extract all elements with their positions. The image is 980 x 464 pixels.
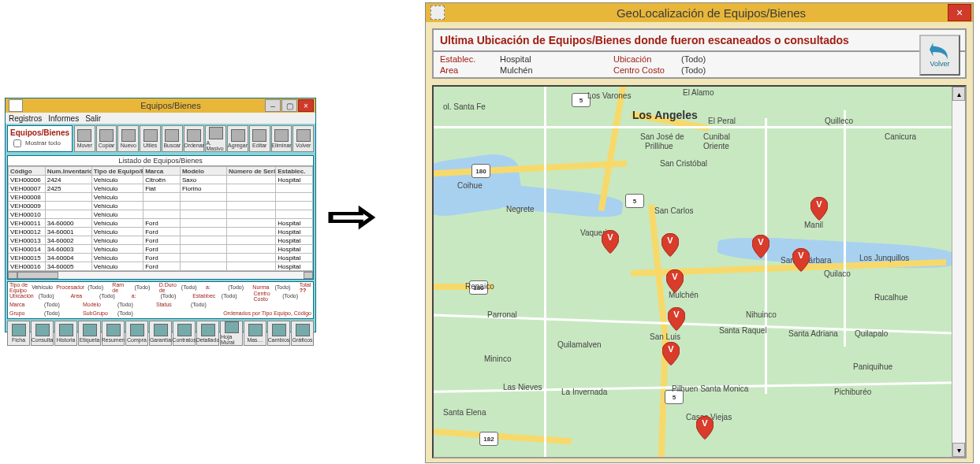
map-pin[interactable]: V — [752, 235, 769, 258]
geo-close-button[interactable]: × — [948, 4, 971, 21]
map-pin[interactable]: V — [668, 307, 685, 331]
map-pin[interactable]: V — [810, 197, 828, 221]
map-pin[interactable]: V — [792, 248, 810, 272]
bottom-resumen-button[interactable]: Resumen — [102, 321, 125, 346]
geo-subtitle: Ultima Ubicación de Equipos/Bienes donde… — [434, 30, 965, 52]
map-pin[interactable]: V — [696, 416, 714, 440]
column-header[interactable]: Establec. — [276, 167, 313, 176]
column-header[interactable]: Num.Inventario — [45, 167, 91, 176]
show-all-checkbox[interactable] — [13, 139, 21, 147]
bottom-cambios-button[interactable]: Cambios — [267, 321, 290, 346]
toolbar-buscar-button[interactable]: Buscar — [162, 125, 183, 152]
menu-salir[interactable]: Salir — [85, 114, 101, 123]
map-pin[interactable]: V — [661, 233, 679, 257]
scroll-left-icon[interactable] — [8, 272, 17, 279]
column-header[interactable]: Código — [9, 167, 46, 176]
table-row[interactable]: VEH0001334-60002VehículoFordHospital — [9, 236, 313, 245]
bottom-toolbar: FichaConsultaHistoriaEtiquetaResumenComp… — [7, 321, 314, 346]
bottom-ficha-button[interactable]: Ficha — [7, 321, 30, 346]
app-icon — [9, 99, 23, 112]
bottom-mas-button[interactable]: Mas… — [244, 321, 266, 346]
map-pin[interactable]: V — [602, 230, 619, 254]
maximize-button[interactable]: ▢ — [281, 99, 297, 112]
filter-value: Vehículo — [32, 284, 53, 290]
bottom-hojamural-button[interactable]: Hoja Mural — [220, 321, 243, 346]
route-badge: 182 — [479, 432, 498, 446]
table-row[interactable]: VEH00009Vehículo — [9, 202, 313, 210]
menu-informes[interactable]: Informes — [48, 114, 79, 123]
pin-letter: V — [666, 272, 684, 281]
close-button[interactable]: × — [298, 99, 314, 112]
toolbar-eliminar-button[interactable]: Eliminar — [271, 125, 293, 152]
filter-label: Centro Costo — [254, 291, 280, 302]
table-row[interactable]: VEH0001134-60000VehículoFordHospital — [9, 219, 313, 228]
pin-letter: V — [810, 199, 828, 209]
toolbar-agregar-button[interactable]: Agregar — [227, 125, 248, 152]
column-header[interactable]: Tipo de Equipo/Bien — [91, 167, 143, 176]
grid-hscroll[interactable] — [8, 271, 313, 279]
toolbar-amasivo-button[interactable]: A. Masivo — [205, 125, 226, 152]
volver-icon — [930, 43, 950, 60]
scroll-up-icon[interactable]: ▴ — [952, 87, 965, 101]
table-row[interactable]: VEH0001534-60004VehículoFordHospital — [9, 254, 313, 262]
toolbar-icon — [252, 129, 266, 142]
table-row[interactable]: VEH00008Vehículo — [9, 193, 313, 202]
table-row[interactable]: VEH00010Vehículo — [9, 210, 313, 219]
volver-button[interactable]: Volver — [919, 35, 960, 76]
bottom-compra-button[interactable]: Compra — [125, 321, 148, 346]
table-row[interactable]: VEH0001634-60005VehículoFordHospital — [9, 262, 313, 271]
map-pin[interactable]: V — [662, 342, 680, 366]
toolbar-utiles-button[interactable]: Utiles — [140, 125, 161, 152]
menu-registros[interactable]: Registros — [9, 114, 42, 123]
toolbar-volver-button[interactable]: Volver — [293, 125, 314, 152]
show-all-checkbox-label[interactable]: Mostrar todo — [10, 137, 61, 150]
toolbar-mover-button[interactable]: Mover — [74, 125, 95, 152]
total-label: Total ?? — [300, 282, 311, 293]
map-canvas[interactable]: 551805180182Los VaronesEl Alamool. Santa… — [434, 87, 952, 457]
table-row[interactable]: VEH0001234-60001VehículoFordHospital — [9, 228, 313, 236]
area-label: Area — [440, 65, 495, 75]
filter-value: (Todo) — [44, 302, 80, 307]
map-label: Pilhuen Santa Monica — [672, 384, 748, 393]
table-row[interactable]: VEH0001434-60003VehículoFordHospital — [9, 245, 313, 254]
route-badge: 5 — [625, 194, 644, 208]
filter-label: Status — [156, 302, 188, 307]
titlebar[interactable]: Equipos/Bienes – ▢ × — [6, 98, 315, 113]
toolbar-icon — [177, 324, 192, 336]
column-header[interactable]: Número de Serie — [227, 167, 276, 176]
map-label: Santa Raquel — [719, 326, 767, 335]
table-row[interactable]: VEH000072425VehículoFiatFiorino — [9, 184, 313, 193]
scroll-down-icon[interactable]: ▾ — [952, 443, 965, 457]
scroll-track[interactable] — [952, 101, 965, 443]
bottom-detallado-button[interactable]: Detallado — [196, 321, 219, 346]
ubicacion-value: (Todo) — [681, 54, 706, 64]
table-row[interactable]: VEH000062424VehículoCitroënSaxoHospital — [9, 176, 313, 184]
data-grid[interactable]: CódigoNum.InventarioTipo de Equipo/BienM… — [8, 165, 313, 271]
filter-value: (Todo) — [99, 293, 129, 299]
geo-titlebar[interactable]: GeoLocalización de Equipos/Bienes × — [426, 3, 973, 22]
map-label: Coihue — [457, 181, 483, 190]
bottom-contratos-button[interactable]: Contratos — [173, 321, 196, 346]
column-header[interactable]: Modelo — [180, 167, 226, 176]
column-header[interactable]: Marca — [143, 167, 181, 176]
pin-letter: V — [602, 232, 619, 242]
bottom-consulta-button[interactable]: Consulta — [31, 321, 54, 346]
filter-label: Ubicación — [9, 293, 35, 299]
bottom-garanta-button[interactable]: Garantía — [149, 321, 172, 346]
scroll-right-icon[interactable] — [304, 272, 313, 279]
toolbar-nuevo-button[interactable]: Nuevo — [117, 125, 139, 152]
map-label: Quilapalo — [855, 329, 888, 338]
scroll-thumb[interactable] — [17, 272, 58, 279]
toolbar-copiar-button[interactable]: Copiar — [96, 125, 117, 152]
bottom-etiqueta-button[interactable]: Etiqueta — [78, 321, 101, 346]
bottom-historia-button[interactable]: Historia — [54, 321, 77, 346]
toolbar-ordenar-button[interactable]: Ordenar — [184, 125, 205, 152]
map-pin[interactable]: V — [666, 269, 684, 293]
minimize-button[interactable]: – — [265, 99, 281, 112]
toolbar-editar-button[interactable]: Editar — [249, 125, 270, 152]
bottom-grficos-button[interactable]: Gráficos — [291, 321, 314, 346]
map-label: San Carlos — [654, 206, 693, 215]
map-vscroll[interactable]: ▴ ▾ — [952, 87, 965, 457]
map-label: Los Junquillos — [859, 254, 909, 262]
establec-label: Establec. — [440, 54, 495, 64]
